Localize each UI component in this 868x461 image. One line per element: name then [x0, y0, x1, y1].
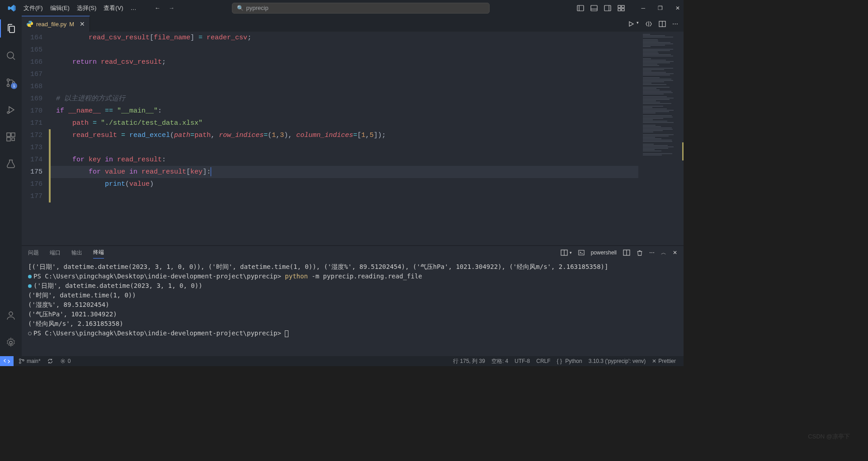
menu-file[interactable]: 文件(F): [20, 2, 47, 14]
menu-overflow[interactable]: …: [127, 3, 141, 13]
menu-edit[interactable]: 编辑(E): [47, 2, 73, 14]
svg-rect-17: [11, 133, 15, 136]
code-line[interactable]: for key in read_result:: [51, 154, 638, 166]
svg-rect-6: [618, 5, 621, 8]
nav-back-icon[interactable]: ←: [155, 5, 160, 11]
panel-maximize-icon[interactable]: ︿: [661, 249, 666, 257]
line-number[interactable]: 177: [22, 190, 42, 202]
line-number[interactable]: 175: [22, 166, 42, 178]
code-line[interactable]: read_result = read_excel(path=path, row_…: [51, 129, 638, 141]
menu-view[interactable]: 查看(V): [100, 2, 127, 14]
run-debug-icon[interactable]: [0, 101, 22, 119]
line-number[interactable]: 170: [22, 105, 42, 117]
tab-close-icon[interactable]: ✕: [77, 20, 85, 28]
terminal-shell-icon[interactable]: [578, 249, 585, 256]
status-ports[interactable]: 0: [57, 358, 74, 364]
layout-sidebar-right-icon[interactable]: [604, 5, 611, 12]
tab-ports[interactable]: 端口: [50, 247, 61, 259]
panel-more-icon[interactable]: ⋯: [649, 249, 655, 256]
status-eol[interactable]: CRLF: [533, 358, 553, 365]
svg-point-15: [7, 112, 9, 113]
line-number[interactable]: 171: [22, 117, 42, 129]
code-line[interactable]: [51, 68, 638, 80]
status-bar: main* 0 行 175, 列 39 空格: 4 UTF-8 CRLF { }…: [0, 356, 684, 366]
layout-sidebar-left-icon[interactable]: [577, 5, 584, 12]
vscode-icon: [7, 4, 16, 13]
line-number[interactable]: 165: [22, 44, 42, 56]
nav-forward-icon: →: [169, 5, 175, 11]
settings-gear-icon[interactable]: [0, 334, 22, 352]
line-number[interactable]: 167: [22, 68, 42, 80]
status-branch[interactable]: main*: [15, 358, 44, 364]
code-line[interactable]: [51, 190, 638, 202]
code-line[interactable]: # 以主进程的方式运行: [51, 93, 638, 105]
remote-indicator[interactable]: [0, 356, 14, 366]
svg-rect-2: [591, 5, 597, 11]
maximize-button[interactable]: ❐: [658, 5, 663, 11]
layout-customize-icon[interactable]: [618, 5, 625, 12]
code-line[interactable]: return read_csv_result;: [51, 56, 638, 68]
code-line[interactable]: [51, 141, 638, 154]
extensions-icon[interactable]: [0, 128, 22, 146]
search-text: pyprecip: [246, 5, 269, 11]
menu-select[interactable]: 选择(S): [73, 2, 100, 14]
terminal-shell-name[interactable]: powershell: [591, 249, 617, 256]
activity-bar: 1: [0, 16, 22, 356]
svg-point-21: [9, 341, 12, 344]
status-spaces[interactable]: 空格: 4: [488, 358, 511, 365]
split-terminal-icon[interactable]: [623, 249, 630, 256]
layout-panel-icon[interactable]: [590, 5, 598, 12]
new-terminal-icon[interactable]: [561, 249, 568, 256]
line-number[interactable]: 164: [22, 32, 42, 44]
panel-close-icon[interactable]: ✕: [673, 249, 677, 256]
close-button[interactable]: ✕: [675, 5, 680, 11]
command-center[interactable]: 🔍 pyprecip: [232, 3, 490, 14]
compare-icon[interactable]: [645, 20, 652, 28]
svg-rect-16: [7, 133, 10, 136]
code-line[interactable]: [51, 44, 638, 56]
tab-output[interactable]: 输出: [71, 247, 82, 259]
terminal-dropdown-icon[interactable]: ▾: [570, 250, 572, 255]
svg-rect-0: [577, 5, 584, 11]
code-editor[interactable]: 1641651661671681691701711721731741751761…: [22, 32, 684, 245]
line-number[interactable]: 168: [22, 80, 42, 93]
run-dropdown-icon[interactable]: ▾: [637, 20, 639, 28]
status-prettier[interactable]: ✕ Prettier: [649, 358, 679, 365]
minimap[interactable]: [638, 32, 684, 245]
kill-terminal-icon[interactable]: [637, 249, 643, 256]
line-number[interactable]: 173: [22, 141, 42, 154]
status-interpreter[interactable]: 3.10.3 ('pyprecip': venv): [585, 358, 649, 365]
minimize-button[interactable]: ─: [641, 5, 645, 11]
line-number[interactable]: 176: [22, 178, 42, 190]
tab-problems[interactable]: 问题: [28, 247, 39, 259]
code-line[interactable]: if __name__ == "__main__":: [51, 105, 638, 117]
code-line[interactable]: path = "./static/test_data.xlsx": [51, 117, 638, 129]
python-file-icon: [26, 20, 33, 28]
search-activity-icon[interactable]: [0, 47, 22, 65]
editor-tab[interactable]: read_file.py M ✕: [22, 16, 90, 32]
code-line[interactable]: for value in read_result[key]:: [51, 166, 638, 178]
code-line[interactable]: [51, 80, 638, 93]
split-editor-icon[interactable]: [659, 20, 666, 28]
tab-terminal[interactable]: 终端: [93, 247, 104, 259]
line-number[interactable]: 174: [22, 154, 42, 166]
testing-icon[interactable]: [0, 155, 22, 173]
code-line[interactable]: read_csv_result[file_name] = reader_csv;: [51, 32, 638, 44]
line-number[interactable]: 169: [22, 93, 42, 105]
run-file-icon[interactable]: [627, 20, 635, 28]
svg-point-30: [19, 362, 21, 364]
source-control-icon[interactable]: 1: [0, 74, 22, 92]
terminal-content[interactable]: [('日期', datetime.datetime(2023, 3, 1, 0,…: [22, 259, 684, 356]
more-actions-icon[interactable]: ⋯: [672, 20, 678, 28]
svg-point-12: [7, 79, 9, 81]
status-language[interactable]: { } Python: [554, 358, 585, 365]
line-number[interactable]: 166: [22, 56, 42, 68]
accounts-icon[interactable]: [0, 306, 22, 325]
status-sync[interactable]: [44, 358, 57, 364]
explorer-icon[interactable]: [0, 19, 22, 38]
line-number[interactable]: 172: [22, 129, 42, 141]
status-encoding[interactable]: UTF-8: [511, 358, 533, 365]
code-line[interactable]: print(value): [51, 178, 638, 190]
status-cursor[interactable]: 行 175, 列 39: [450, 358, 488, 365]
svg-point-32: [62, 360, 64, 362]
